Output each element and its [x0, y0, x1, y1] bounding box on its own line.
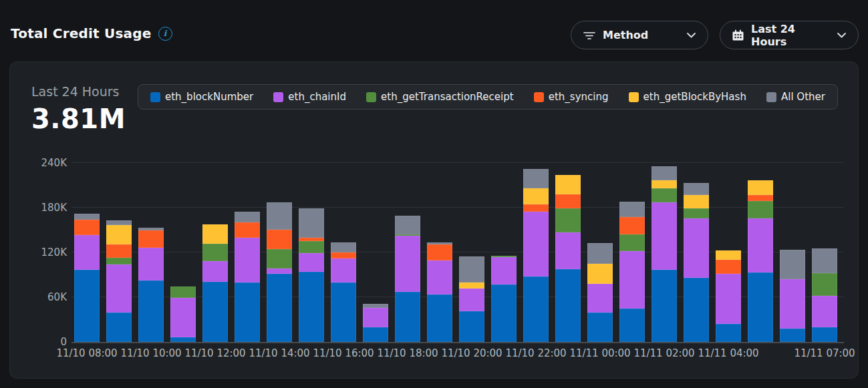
x-tick-label: 11/10 18:00	[377, 347, 438, 359]
bar-column[interactable]	[812, 248, 837, 342]
legend-swatch	[150, 92, 160, 102]
bar-segment-eth-syncing	[619, 217, 645, 234]
bar-segment-eth-chainid	[138, 248, 164, 280]
x-tick-label: 11/11 02:00	[633, 347, 694, 359]
bar-segment-all-other	[331, 242, 356, 253]
bar-segment-eth-chainid	[523, 212, 549, 276]
x-tick-label: 11/10 10:00	[120, 347, 181, 359]
legend-swatch	[534, 92, 544, 102]
info-icon[interactable]: i	[158, 27, 172, 41]
bar-segment-eth-getblockbyhash	[684, 195, 709, 208]
bar-segment-eth-syncing	[331, 252, 356, 258]
bar-column[interactable]	[491, 256, 517, 342]
bar-segment-all-other	[523, 169, 549, 188]
bar-segment-eth-getblockbyhash	[587, 264, 613, 284]
bar-segment-eth-gettransactionreceipt	[106, 258, 132, 264]
bar-segment-eth-chainid	[235, 238, 260, 282]
bar-segment-eth-gettransactionreceipt	[555, 208, 581, 232]
bar-segment-eth-getblockbyhash	[652, 180, 677, 188]
bar-column[interactable]	[395, 216, 420, 342]
x-axis: 11/10 08:0011/10 10:0011/10 12:0011/10 1…	[74, 347, 844, 363]
bar-segment-eth-chainid	[716, 274, 741, 324]
bar-column[interactable]	[202, 224, 228, 342]
bar-segment-eth-blocknumber	[363, 327, 388, 342]
x-tick-label: 11/10 20:00	[441, 347, 502, 359]
filter-icon	[583, 30, 595, 41]
bar-segment-all-other	[684, 183, 709, 195]
bar-column[interactable]	[170, 286, 196, 342]
bar-segment-eth-chainid	[202, 261, 228, 281]
bar-segment-all-other	[299, 208, 324, 238]
bar-segment-all-other	[267, 202, 292, 229]
bar-segment-eth-chainid	[619, 251, 645, 309]
legend-item-eth-syncing[interactable]: eth_syncing	[534, 91, 609, 103]
bar-column[interactable]	[587, 243, 613, 342]
bar-segment-eth-blocknumber	[170, 337, 196, 342]
bar-column[interactable]	[331, 242, 356, 342]
bar-segment-all-other	[619, 202, 645, 217]
bar-segment-eth-gettransactionreceipt	[684, 208, 709, 218]
bar-segment-eth-syncing	[523, 204, 549, 211]
page-title: Total Credit Usage	[11, 25, 152, 41]
legend-item-eth-getblockbyhash[interactable]: eth_getBlockByHash	[629, 91, 746, 103]
bar-column[interactable]	[748, 180, 773, 342]
bar-segment-eth-chainid	[74, 235, 100, 269]
bar-segment-eth-chainid	[587, 284, 613, 313]
bar-column[interactable]	[138, 228, 164, 342]
bar-column[interactable]	[427, 242, 452, 342]
bar-column[interactable]	[555, 175, 581, 342]
legend-item-eth-blocknumber[interactable]: eth_blockNumber	[150, 91, 253, 103]
chevron-down-icon	[687, 33, 696, 38]
bar-segment-eth-chainid	[491, 257, 517, 284]
bar-segment-all-other	[812, 248, 837, 273]
time-range-dropdown[interactable]: Last 24 Hours	[720, 21, 859, 49]
bar-segment-eth-blocknumber	[299, 272, 324, 342]
header: Total Credit Usage i Method	[0, 0, 868, 61]
bar-segment-eth-blocknumber	[138, 280, 164, 342]
filter-bar: Method	[571, 21, 859, 49]
bar-segment-eth-blocknumber	[523, 276, 549, 342]
bar-column[interactable]	[652, 166, 677, 342]
time-range-dropdown-label: Last 24 Hours	[751, 23, 823, 48]
bar-column[interactable]	[716, 250, 741, 342]
bar-segment-eth-chainid	[427, 260, 452, 294]
bar-segment-eth-blocknumber	[459, 311, 484, 342]
x-tick-label: 11/10 12:00	[184, 347, 245, 359]
bar-column[interactable]	[363, 304, 388, 342]
legend-item-eth-gettransactionreceipt[interactable]: eth_getTransactionReceipt	[366, 91, 514, 103]
bar-segment-eth-blocknumber	[74, 270, 100, 342]
legend-label: eth_getTransactionReceipt	[381, 91, 514, 103]
bar-column[interactable]	[299, 208, 324, 342]
bar-segment-eth-getblockbyhash	[202, 224, 228, 244]
bar-column[interactable]	[235, 212, 260, 342]
legend-item-eth-chainid[interactable]: eth_chainId	[273, 91, 346, 103]
legend-swatch	[273, 92, 283, 102]
bar-segment-eth-chainid	[684, 218, 709, 278]
bar-segment-eth-blocknumber	[331, 282, 356, 342]
bar-segment-eth-getblockbyhash	[459, 282, 484, 288]
bar-column[interactable]	[106, 220, 132, 342]
legend-item-all-other[interactable]: All Other	[766, 91, 825, 103]
bar-segment-eth-blocknumber	[619, 309, 645, 342]
chart-legend: eth_blockNumbereth_chainIdeth_getTransac…	[138, 84, 838, 110]
bar-segment-eth-syncing	[427, 244, 452, 261]
bar-column[interactable]	[619, 202, 645, 342]
bar-column[interactable]	[523, 169, 549, 342]
x-axis-line	[71, 342, 844, 343]
bar-column[interactable]	[684, 183, 709, 342]
bar-column[interactable]	[780, 250, 805, 342]
bar-segment-all-other	[395, 216, 420, 234]
bar-segment-eth-blocknumber	[202, 282, 228, 343]
bar-column[interactable]	[74, 214, 100, 342]
bar-segment-eth-blocknumber	[716, 324, 741, 342]
bar-column[interactable]	[267, 202, 292, 342]
bar-segment-eth-blocknumber	[652, 270, 677, 342]
bar-segment-eth-blocknumber	[235, 282, 260, 342]
method-dropdown[interactable]: Method	[571, 21, 708, 49]
bar-segment-eth-chainid	[331, 258, 356, 282]
bar-segment-eth-blocknumber	[491, 284, 517, 342]
x-tick-label: 11/11 00:00	[569, 347, 630, 359]
bar-segment-eth-blocknumber	[267, 274, 292, 342]
bar-segment-eth-blocknumber	[780, 329, 805, 342]
bar-column[interactable]	[459, 256, 484, 342]
